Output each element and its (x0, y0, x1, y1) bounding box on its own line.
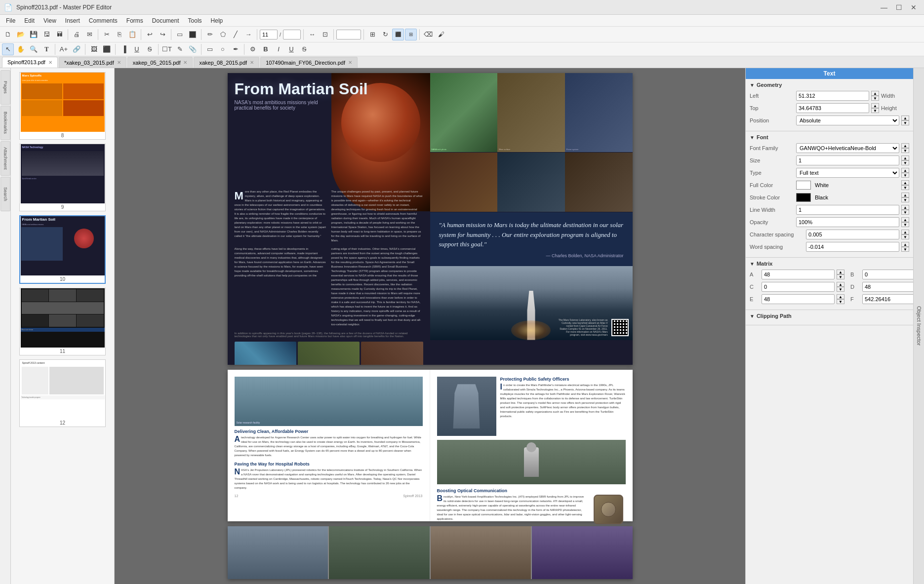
new-button[interactable]: 🗋 (2, 29, 14, 40)
type-down[interactable]: ▼ (901, 173, 909, 178)
stroke-color-spinner[interactable]: ▲ ▼ (901, 193, 909, 202)
menu-item-insert[interactable]: Insert (61, 16, 84, 25)
cs-spinner[interactable]: ▲ ▼ (901, 230, 909, 239)
tab--xakep-03-2015-pdf[interactable]: *xakep_03_2015.pdf✕ (59, 57, 126, 68)
pos-up[interactable]: ▲ (901, 116, 909, 120)
pencil-button[interactable]: ✏ (204, 29, 216, 40)
rotate-button[interactable]: ↻ (379, 29, 391, 40)
size-up[interactable]: ▲ (901, 156, 909, 160)
attachment-button[interactable]: 📎 (187, 43, 199, 55)
undo-button[interactable]: ↩ (144, 29, 156, 40)
sidebar-tab-bookmarks[interactable]: Bookmarks (0, 106, 10, 140)
underline-button[interactable]: U (131, 43, 143, 55)
redo-button[interactable]: ↪ (157, 29, 168, 40)
text-box-button[interactable]: ☐T (161, 43, 173, 55)
menu-item-help[interactable]: Help (207, 16, 227, 25)
c-down[interactable]: ▼ (837, 287, 844, 292)
ff-up[interactable]: ▲ (901, 143, 909, 148)
show-fields-button[interactable]: ⊞ (405, 29, 417, 40)
minimize-button[interactable]: — (878, 2, 890, 12)
size-spinner[interactable]: ▲ ▼ (901, 156, 909, 165)
content-area[interactable]: From Martian Soil NASA's most ambitious … (115, 68, 745, 584)
a-up[interactable]: ▲ (837, 270, 844, 274)
save-button[interactable]: 💾 (28, 29, 40, 40)
ellipse-button[interactable]: ○ (217, 43, 229, 55)
tab-close[interactable]: ✕ (250, 60, 254, 65)
menu-item-file[interactable]: File (2, 16, 19, 25)
tab-close[interactable]: ✕ (348, 60, 352, 65)
e-up[interactable]: ▲ (837, 294, 844, 299)
cs-up[interactable]: ▲ (901, 230, 909, 234)
page-thumb-12[interactable]: Spinoff 2013 content Technology transfer… (19, 359, 106, 427)
page-thumb-10[interactable]: From Martian Soil NASA's most ambitious … (19, 215, 106, 284)
a-down[interactable]: ▼ (837, 274, 844, 279)
sidebar-tab-pages[interactable]: Pages (0, 70, 10, 105)
strikethrough2-button[interactable]: S (298, 43, 310, 55)
object-inspector-tab[interactable]: Object Inspector (913, 68, 924, 584)
opacity-spinner[interactable]: ▲ ▼ (901, 217, 909, 227)
pos-down[interactable]: ▼ (901, 120, 909, 125)
menu-item-tools[interactable]: Tools (184, 16, 206, 25)
e-spinner[interactable]: ▲ ▼ (837, 294, 844, 304)
sidebar-tab-attachment[interactable]: Attachment (0, 141, 10, 176)
strikethrough-button[interactable]: S (144, 43, 156, 55)
page-thumb-8[interactable]: Mars Spinoffs Lorem ipsum dolor sit amet… (19, 72, 106, 140)
hand-tool-button[interactable]: ✋ (15, 43, 27, 55)
image-insert-button[interactable]: 🖼 (88, 43, 100, 55)
menu-item-comments[interactable]: Comments (85, 16, 121, 25)
word-spacing-input[interactable] (806, 242, 899, 252)
e-down[interactable]: ▼ (837, 299, 844, 304)
zoom-input[interactable]: 52% (336, 30, 361, 39)
op-up[interactable]: ▲ (901, 217, 909, 222)
full-color-spinner[interactable]: ▲ ▼ (901, 180, 909, 190)
italic-button[interactable]: I (273, 43, 284, 55)
select-tool-button[interactable]: ↖ (2, 43, 14, 55)
tab-close[interactable]: ✕ (48, 60, 52, 65)
paste-button[interactable]: 📋 (126, 29, 138, 40)
tab-xakep-08-2015-pdf[interactable]: xakep_08_2015.pdf✕ (194, 57, 259, 68)
fit-page-button[interactable]: ⊡ (319, 29, 331, 40)
page-thumb-9[interactable]: NASA Technology Spinoff details section … (19, 144, 106, 211)
tab-spinoff2013-pdf[interactable]: Spinoff2013.pdf✕ (2, 57, 58, 68)
size-down[interactable]: ▼ (901, 160, 909, 165)
tab-107490main-fy06-direction-pdf[interactable]: 107490main_FY06_Direction.pdf✕ (260, 57, 358, 68)
edit-object-button[interactable]: ⚙ (247, 43, 259, 55)
e-input[interactable] (762, 294, 835, 304)
save-all-button[interactable]: 🖬 (53, 29, 65, 40)
line-button[interactable]: ╱ (230, 29, 241, 40)
arrow-button[interactable]: → (242, 29, 254, 40)
sc-up[interactable]: ▲ (901, 193, 909, 197)
draw-rect-button[interactable]: ▭ (174, 29, 186, 40)
cs-down[interactable]: ▼ (901, 234, 909, 239)
font-size-input[interactable] (260, 30, 278, 39)
matrix-header[interactable]: ▼ Matrix (750, 261, 909, 267)
menu-item-forms[interactable]: Forms (122, 16, 147, 25)
menu-item-view[interactable]: View (40, 16, 60, 25)
tab-xakep-05-2015-pdf[interactable]: xakep_05_2015.pdf✕ (127, 57, 193, 68)
a-input[interactable] (762, 270, 835, 279)
full-color-swatch[interactable] (796, 181, 811, 190)
top-up[interactable]: ▲ (871, 103, 879, 108)
add-text-button[interactable]: A+ (58, 43, 70, 55)
cut-button[interactable]: ✂ (101, 29, 113, 40)
clipping-header[interactable]: ▼ Clipping Path (750, 313, 909, 319)
left-spinner[interactable]: ▲ ▼ (871, 91, 879, 101)
maximize-button[interactable]: ☐ (892, 2, 905, 12)
type-spinner[interactable]: ▲ ▼ (901, 168, 909, 178)
top-down[interactable]: ▼ (871, 108, 879, 113)
text-select-button[interactable]: 𝐓 (40, 43, 52, 55)
save-as-button[interactable]: 🖫 (40, 29, 52, 40)
highlight-button[interactable]: ▐ (118, 43, 130, 55)
stroke-color-swatch[interactable] (796, 193, 811, 202)
highlight-fields-button[interactable]: ⬛ (392, 29, 404, 40)
left-down[interactable]: ▼ (871, 96, 879, 101)
top-input[interactable] (796, 103, 869, 113)
fit-width-button[interactable]: ↔ (306, 29, 318, 40)
fc-up[interactable]: ▲ (901, 180, 909, 185)
sidebar-tab-search[interactable]: Search (0, 177, 10, 211)
type-up[interactable]: ▲ (901, 168, 909, 173)
font-family-select[interactable]: GANWQO+HelveticaNeue-Bold (796, 143, 899, 153)
open-button[interactable]: 📂 (15, 29, 27, 40)
paint-button[interactable]: 🖌 (435, 29, 447, 40)
email-button[interactable]: ✉ (83, 29, 95, 40)
